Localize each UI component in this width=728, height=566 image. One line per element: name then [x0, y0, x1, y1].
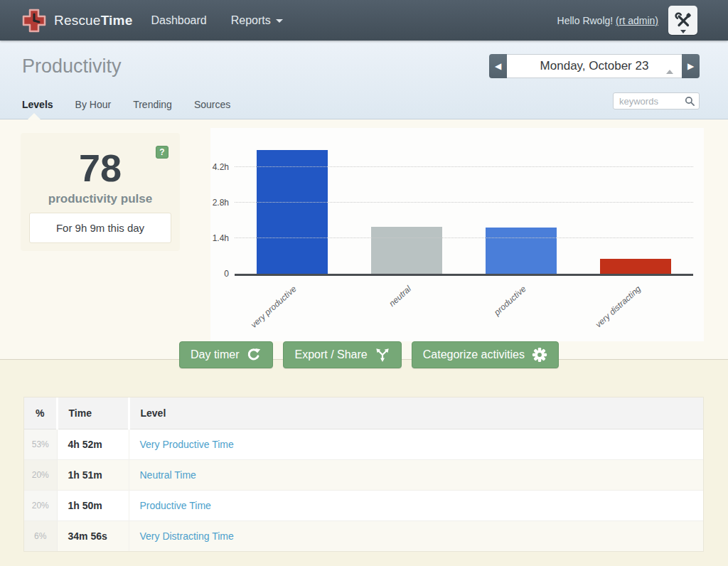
chart-gridline	[235, 237, 693, 238]
table-row: 20% 1h 51m Neutral Time	[24, 459, 703, 490]
brand-name[interactable]: RescueTime	[54, 13, 132, 28]
nav-dashboard[interactable]: Dashboard	[151, 14, 206, 27]
table-row: 20% 1h 50m Productive Time	[24, 490, 703, 520]
y-axis-tick-label: 0	[198, 269, 229, 279]
bar-very-productive[interactable]	[257, 150, 328, 274]
next-day-button[interactable]: ▶	[682, 54, 700, 78]
search-icon[interactable]	[685, 96, 695, 107]
percent-cell: 20%	[24, 459, 57, 490]
chevron-left-icon: ◀	[495, 61, 501, 71]
chart-gridline	[235, 166, 693, 167]
date-navigation: ◀ Monday, October 23 ▶	[489, 54, 700, 78]
time-cell: 1h 50m	[57, 490, 129, 520]
levels-table: % Time Level 53% 4h 52m Very Productive …	[24, 397, 703, 551]
table-header-row: % Time Level	[24, 397, 703, 429]
active-tab-pointer	[28, 113, 41, 119]
table-row: 6% 34m 56s Very Distracting Time	[24, 520, 703, 551]
share-arrows-icon	[375, 347, 390, 363]
tab-sources[interactable]: Sources	[194, 99, 230, 110]
user-greeting: Hello Rwolg! (rt admin)	[557, 15, 658, 26]
chart-plot: very productiveneutralproductivevery dis…	[235, 135, 693, 276]
level-link[interactable]: Very Distracting Time	[140, 530, 234, 542]
action-buttons-row: Day timer Export / Share Categorize acti…	[179, 341, 559, 368]
categorize-label: Categorize activities	[423, 348, 525, 361]
level-link[interactable]: Productive Time	[140, 500, 211, 511]
tab-levels[interactable]: Levels	[22, 99, 53, 110]
wrench-screwdriver-icon	[674, 11, 692, 30]
chart-slot: productive	[464, 135, 579, 274]
percent-cell: 53%	[24, 429, 57, 459]
pulse-label: productivity pulse	[21, 192, 180, 206]
bar-very-distracting[interactable]	[600, 259, 671, 274]
column-header-percent: %	[24, 397, 57, 429]
day-timer-label: Day timer	[191, 348, 239, 361]
tab-trending[interactable]: Trending	[133, 99, 172, 110]
brand-part2: Time	[101, 13, 133, 28]
chevron-right-icon: ▶	[687, 61, 694, 71]
categorize-activities-button[interactable]: Categorize activities	[412, 341, 559, 368]
time-cell: 34m 56s	[57, 520, 129, 551]
top-right-area: Hello Rwolg! (rt admin)	[557, 6, 728, 35]
export-share-button[interactable]: Export / Share	[283, 341, 401, 368]
chart-slot: very distracting	[579, 135, 693, 274]
page-title: Productivity	[22, 55, 122, 78]
productivity-bar-chart: very productiveneutralproductivevery dis…	[210, 128, 704, 341]
page-subheader: Productivity ◀ Monday, October 23 ▶ Leve…	[0, 41, 728, 119]
nav-reports-label: Reports	[231, 14, 271, 27]
nav-dashboard-label: Dashboard	[151, 14, 206, 27]
circular-arrow-icon	[246, 347, 262, 363]
column-header-time: Time	[57, 397, 129, 429]
report-tabs: Levels By Hour Trending Sources	[22, 99, 230, 110]
percent-cell: 20%	[24, 490, 57, 520]
top-nav-menu: Dashboard Reports	[151, 14, 282, 27]
date-picker[interactable]: Monday, October 23	[507, 54, 682, 78]
x-axis-label: productive	[492, 284, 528, 317]
settings-tools-button[interactable]	[668, 6, 697, 35]
search-input[interactable]	[619, 96, 685, 107]
detail-section: % Time Level 53% 4h 52m Very Productive …	[0, 359, 728, 566]
y-axis-tick-label: 1.4h	[198, 233, 229, 243]
chart-bars: very productiveneutralproductivevery dis…	[235, 135, 693, 274]
y-axis-tick-label: 4.2h	[198, 162, 229, 172]
percent-cell: 6%	[24, 520, 57, 551]
help-button[interactable]: ?	[156, 146, 168, 159]
greeting-text: Hello Rwolg!	[557, 15, 614, 26]
rescuetime-logo-icon[interactable]	[21, 8, 47, 33]
x-axis-label: very productive	[249, 284, 299, 330]
levels-table-card: % Time Level 53% 4h 52m Very Productive …	[23, 397, 704, 552]
day-timer-button[interactable]: Day timer	[179, 341, 273, 368]
pulse-time-range: For 9h 9m this day	[29, 213, 171, 243]
nav-reports[interactable]: Reports	[231, 14, 283, 27]
date-dropdown-indicator-icon	[666, 70, 673, 74]
chevron-down-icon	[680, 30, 686, 33]
x-axis-label: neutral	[387, 284, 414, 309]
tab-by-hour[interactable]: By Hour	[75, 99, 112, 110]
time-cell: 4h 52m	[57, 429, 129, 459]
export-share-label: Export / Share	[294, 348, 367, 361]
chart-slot: neutral	[349, 135, 464, 274]
current-date-label: Monday, October 23	[540, 59, 649, 73]
productivity-pulse-card: ? 78 productivity pulse For 9h 9m this d…	[21, 133, 180, 251]
chart-gridline	[235, 202, 693, 203]
level-link[interactable]: Neutral Time	[140, 469, 196, 481]
brand-part1: Rescue	[54, 13, 101, 28]
top-navigation-bar: RescueTime Dashboard Reports Hello Rwolg…	[0, 0, 728, 41]
level-link[interactable]: Very Productive Time	[140, 439, 234, 450]
chart-slot: very productive	[235, 135, 349, 274]
column-header-level: Level	[129, 397, 703, 429]
rt-admin-link[interactable]: (rt admin)	[616, 15, 658, 26]
previous-day-button[interactable]: ◀	[489, 54, 507, 78]
y-axis-tick-label: 2.8h	[198, 198, 229, 208]
keyword-search	[613, 92, 700, 110]
x-axis-label: very distracting	[593, 284, 642, 329]
time-cell: 1h 51m	[57, 459, 129, 490]
gear-icon	[532, 347, 547, 363]
chevron-down-icon	[276, 19, 283, 23]
main-content: ? 78 productivity pulse For 9h 9m this d…	[0, 119, 728, 359]
bar-neutral[interactable]	[371, 227, 442, 274]
bar-productive[interactable]	[486, 228, 557, 274]
table-row: 53% 4h 52m Very Productive Time	[24, 429, 703, 459]
